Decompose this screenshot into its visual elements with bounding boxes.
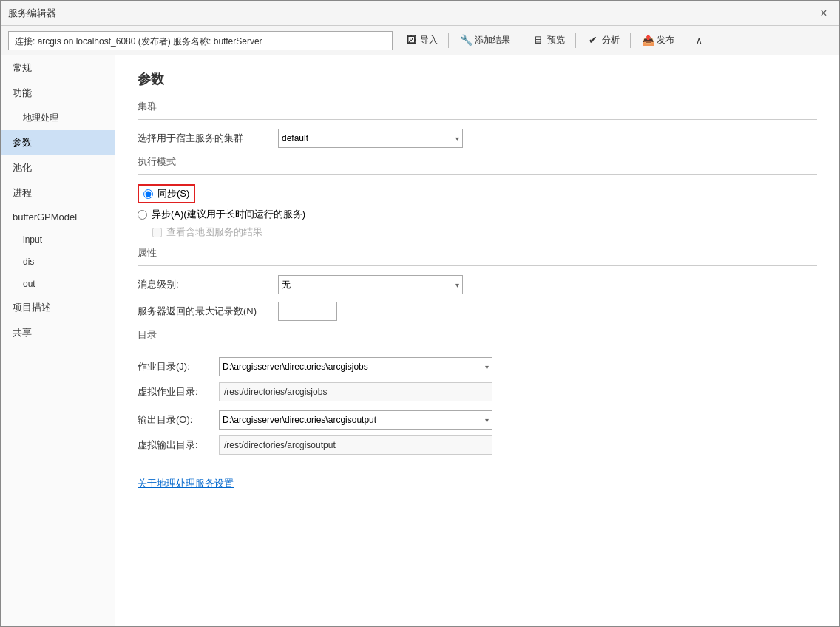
virtual-work-dir-row: 虚拟作业目录: /rest/directories/arcgisjobs [138, 382, 817, 401]
message-level-dropdown[interactable]: 无 ▾ [278, 275, 463, 294]
cluster-row: 选择用于宿主服务的集群 default ▾ [138, 129, 817, 148]
max-records-input[interactable]: 1000 [278, 302, 337, 321]
message-level-row: 消息级别: 无 ▾ [138, 275, 817, 294]
async-radio-row: 异步(A)(建议用于长时间运行的服务) [138, 208, 817, 221]
virtual-output-dir-value: /rest/directories/arcgisoutput [219, 435, 492, 455]
publish-icon: 📤 [641, 34, 654, 47]
cluster-divider [138, 119, 817, 120]
title-bar: 服务编辑器 × [1, 1, 839, 26]
divider1 [448, 33, 449, 48]
virtual-output-dir-label: 虚拟输出目录: [138, 438, 211, 452]
sync-radio-highlight: 同步(S) [138, 184, 195, 203]
divider2 [521, 33, 521, 48]
host-cluster-dropdown[interactable]: default ▾ [278, 129, 463, 148]
sidebar-item-gongxiang[interactable]: 共享 [1, 320, 115, 345]
geo-processing-link[interactable]: 关于地理处理服务设置 [138, 478, 234, 489]
sidebar-item-jincheng[interactable]: 进程 [1, 180, 115, 206]
directories-section-label: 目录 [138, 328, 817, 342]
preview-button[interactable]: 🖥 预览 [529, 33, 568, 49]
properties-section-label: 属性 [138, 246, 817, 260]
execution-mode-section-label: 执行模式 [138, 155, 817, 169]
sidebar-item-changui[interactable]: 常规 [1, 55, 115, 81]
output-dir-select[interactable]: D:\arcgisserver\directories\arcgisoutput [223, 415, 489, 425]
host-cluster-label: 选择用于宿主服务的集群 [138, 132, 271, 145]
publish-button[interactable]: 📤 发布 [638, 33, 677, 49]
add-result-icon: 🔧 [459, 34, 472, 47]
message-level-select[interactable]: 无 [282, 279, 459, 290]
sidebar-item-dis[interactable]: dis [1, 251, 115, 273]
async-radio[interactable] [138, 210, 147, 220]
link-section: 关于地理处理服务设置 [138, 477, 817, 490]
host-cluster-select[interactable]: default [282, 133, 459, 143]
divider5 [685, 33, 685, 48]
output-dir-label: 输出目录(O): [138, 413, 211, 427]
max-records-label: 服务器返回的最大记录数(N) [138, 305, 271, 318]
toolbar-actions: 🖼 导入 🔧 添加结果 🖥 预览 ✔ 分析 📤 发布 [402, 33, 705, 49]
toolbar: 连接: arcgis on localhost_6080 (发布者) 服务名称:… [1, 26, 839, 55]
work-dir-label: 作业目录(J): [138, 360, 211, 373]
sidebar-item-bufferGPModel[interactable]: bufferGPModel [1, 206, 115, 228]
view-map-checkbox[interactable] [152, 228, 162, 237]
view-map-label: 查看含地图服务的结果 [166, 226, 262, 239]
message-level-label: 消息级别: [138, 278, 271, 291]
divider4 [630, 33, 631, 48]
async-radio-label: 异步(A)(建议用于长时间运行的服务) [152, 208, 305, 221]
window-title: 服务编辑器 [8, 7, 56, 20]
sidebar-item-chihua[interactable]: 池化 [1, 155, 115, 180]
sidebar-item-out[interactable]: out [1, 273, 115, 295]
divider3 [575, 33, 576, 48]
sidebar: 常规 功能 地理处理 参数 池化 进程 bufferGPModel input [1, 55, 115, 626]
sidebar-item-input[interactable]: input [1, 228, 115, 251]
analyze-button[interactable]: ✔ 分析 [583, 33, 623, 49]
sidebar-item-xiangmumiaosu[interactable]: 项目描述 [1, 295, 115, 320]
sidebar-item-gongneng[interactable]: 功能 [1, 81, 115, 106]
virtual-work-dir-label: 虚拟作业目录: [138, 385, 211, 399]
panel-title: 参数 [138, 70, 817, 88]
main-window: 服务编辑器 × 连接: arcgis on localhost_6080 (发布… [0, 0, 840, 627]
work-dir-dropdown[interactable]: D:\arcgisserver\directories\arcgisjobs ▾ [219, 357, 492, 376]
execution-mode-divider [138, 174, 817, 175]
sidebar-item-dililichuli[interactable]: 地理处理 [1, 106, 115, 130]
more-button[interactable]: ∧ [693, 34, 705, 47]
sync-radio-row: 同步(S) [138, 184, 817, 203]
max-records-row: 服务器返回的最大记录数(N) 1000 [138, 302, 817, 321]
virtual-output-dir-row: 虚拟输出目录: /rest/directories/arcgisoutput [138, 435, 817, 455]
close-button[interactable]: × [816, 5, 832, 21]
preview-icon: 🖥 [532, 34, 545, 47]
work-dir-row: 作业目录(J): D:\arcgisserver\directories\arc… [138, 357, 817, 376]
virtual-work-dir-value: /rest/directories/arcgisjobs [219, 382, 492, 401]
add-result-button[interactable]: 🔧 添加结果 [456, 33, 513, 49]
output-dir-row: 输出目录(O): D:\arcgisserver\directories\arc… [138, 410, 817, 430]
sync-radio[interactable] [143, 189, 153, 199]
properties-divider [138, 265, 817, 266]
content-area: 常规 功能 地理处理 参数 池化 进程 bufferGPModel input [1, 55, 839, 626]
import-icon: 🖼 [404, 34, 418, 47]
work-dir-select[interactable]: D:\arcgisserver\directories\arcgisjobs [223, 362, 489, 372]
directories-divider [138, 348, 817, 348]
output-dir-dropdown[interactable]: D:\arcgisserver\directories\arcgisoutput… [219, 410, 492, 430]
import-button[interactable]: 🖼 导入 [402, 33, 441, 49]
execution-mode-group: 同步(S) 异步(A)(建议用于长时间运行的服务) 查看含地图服务的结果 [138, 184, 817, 239]
main-panel: 参数 集群 选择用于宿主服务的集群 default ▾ 执行模式 [115, 55, 839, 626]
analyze-icon: ✔ [586, 34, 600, 47]
sync-radio-label: 同步(S) [158, 187, 189, 200]
cluster-section-label: 集群 [138, 100, 817, 113]
sidebar-item-canshu[interactable]: 参数 [1, 130, 115, 155]
view-map-row: 查看含地图服务的结果 [152, 226, 817, 239]
connection-info: 连接: arcgis on localhost_6080 (发布者) 服务名称:… [8, 31, 393, 50]
